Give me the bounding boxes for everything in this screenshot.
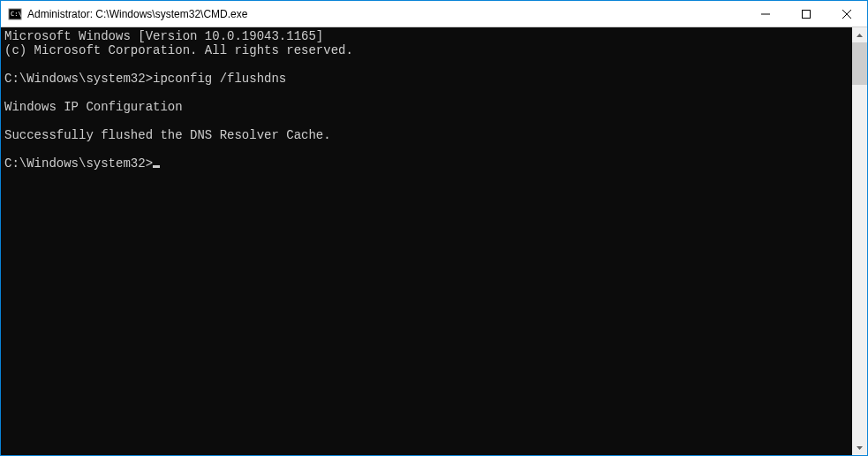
scrollbar-up-arrow[interactable] <box>852 27 867 42</box>
svg-marker-7 <box>857 446 863 450</box>
maximize-button[interactable] <box>786 1 826 27</box>
svg-text:C:\: C:\ <box>11 11 22 18</box>
minimize-button[interactable] <box>745 1 786 27</box>
window-title: Administrator: C:\Windows\system32\CMD.e… <box>27 8 745 20</box>
svg-marker-6 <box>857 34 863 37</box>
svg-rect-3 <box>803 10 811 18</box>
window-controls <box>745 1 867 27</box>
titlebar: C:\ Administrator: C:\Windows\system32\C… <box>1 1 867 27</box>
scrollbar-track[interactable] <box>852 42 867 440</box>
cursor <box>153 165 160 168</box>
console-area: Microsoft Windows [Version 10.0.19043.11… <box>1 27 867 455</box>
cmd-icon: C:\ <box>8 7 22 21</box>
cmd-window: C:\ Administrator: C:\Windows\system32\C… <box>0 0 868 456</box>
console-output[interactable]: Microsoft Windows [Version 10.0.19043.11… <box>1 27 852 455</box>
close-button[interactable] <box>826 1 867 27</box>
scrollbar-down-arrow[interactable] <box>852 440 867 455</box>
scrollbar-thumb[interactable] <box>852 42 867 85</box>
vertical-scrollbar[interactable] <box>852 27 867 455</box>
